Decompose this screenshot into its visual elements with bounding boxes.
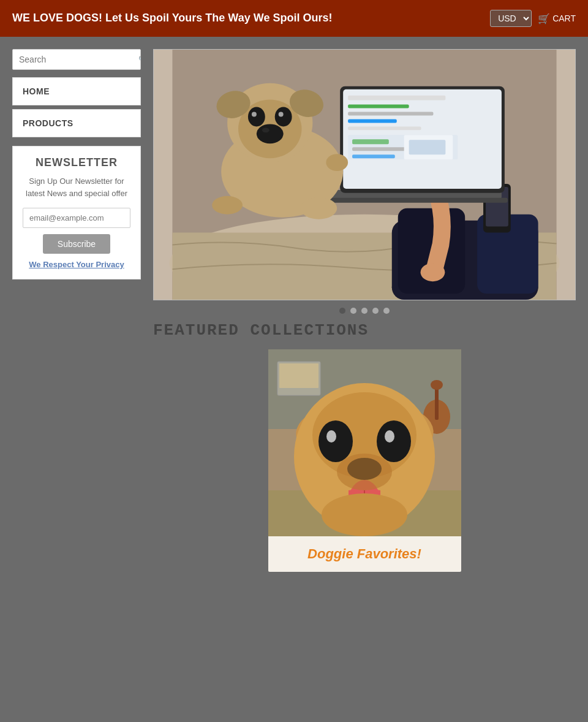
slide-dot-3[interactable] — [361, 308, 368, 314]
svg-point-31 — [252, 112, 257, 117]
collection-svg — [268, 349, 461, 536]
sidebar: 🔍 HOME PRODUCTS NEWSLETTER Sign Up Our N… — [12, 49, 141, 572]
newsletter-email-input[interactable] — [23, 208, 130, 228]
svg-rect-21 — [352, 139, 389, 144]
svg-point-39 — [326, 154, 348, 171]
sidebar-item-home[interactable]: HOME — [12, 77, 141, 105]
svg-point-33 — [257, 124, 284, 143]
sidebar-item-products[interactable]: PRODUCTS — [12, 109, 141, 137]
svg-point-52 — [318, 420, 353, 462]
newsletter-title: NEWSLETTER — [23, 156, 130, 169]
search-box: 🔍 — [12, 49, 141, 70]
svg-rect-25 — [409, 140, 446, 154]
svg-rect-15 — [348, 96, 445, 101]
collection-label-text: Doggie Favorites! — [307, 546, 421, 561]
site-tagline: WE LOVE DOGS! Let Us Spoil Yours The Way… — [12, 11, 332, 25]
svg-rect-44 — [279, 363, 318, 388]
svg-rect-19 — [348, 126, 421, 130]
svg-point-38 — [212, 196, 243, 215]
svg-point-47 — [431, 380, 443, 390]
svg-point-59 — [322, 493, 407, 536]
collection-label: Doggie Favorites! — [268, 536, 461, 572]
svg-rect-12 — [318, 198, 507, 203]
svg-rect-46 — [435, 386, 439, 420]
hero-svg — [154, 50, 575, 300]
slide-dot-5[interactable] — [383, 308, 390, 314]
cart-label: CART — [552, 13, 576, 23]
svg-point-29 — [248, 107, 265, 127]
svg-rect-18 — [348, 119, 397, 123]
privacy-link[interactable]: We Respect Your Privacy — [23, 260, 130, 269]
svg-point-60 — [337, 454, 392, 490]
main-content: FEATURED COLLECTIONS — [153, 49, 576, 572]
svg-point-30 — [275, 107, 292, 127]
slide-dot-4[interactable] — [372, 308, 379, 314]
svg-point-37 — [301, 197, 337, 219]
top-bar-actions: USD EUR GBP 🛒 CART — [490, 10, 576, 27]
svg-point-34 — [262, 127, 270, 132]
search-input[interactable] — [13, 50, 132, 69]
cart-button[interactable]: 🛒 CART — [538, 13, 576, 25]
content-area: 🔍 HOME PRODUCTS NEWSLETTER Sign Up Our N… — [12, 49, 576, 572]
top-bar: WE LOVE DOGS! Let Us Spoil Yours The Way… — [0, 0, 588, 37]
products-label: PRODUCTS — [23, 118, 74, 128]
newsletter-description: Sign Up Our Newsletter for latest News a… — [23, 175, 130, 199]
currency-selector[interactable]: USD EUR GBP — [490, 10, 532, 27]
search-icon: 🔍 — [138, 55, 141, 64]
collection-card[interactable]: Doggie Favorites! — [268, 349, 461, 572]
cart-icon: 🛒 — [538, 13, 550, 25]
svg-rect-17 — [348, 112, 433, 116]
collection-image — [268, 349, 461, 536]
slide-dot-1[interactable] — [339, 308, 345, 314]
featured-title: FEATURED COLLECTIONS — [153, 321, 576, 340]
svg-point-8 — [421, 263, 445, 281]
svg-point-53 — [377, 420, 411, 462]
hero-image — [153, 49, 576, 300]
svg-point-32 — [279, 112, 284, 117]
slide-dot-2[interactable] — [350, 308, 356, 314]
search-button[interactable]: 🔍 — [132, 50, 141, 69]
main-wrapper: 🔍 HOME PRODUCTS NEWSLETTER Sign Up Our N… — [0, 37, 588, 722]
svg-point-54 — [326, 430, 336, 443]
svg-rect-23 — [352, 154, 395, 158]
home-label: HOME — [23, 86, 50, 96]
newsletter-box: NEWSLETTER Sign Up Our Newsletter for la… — [12, 146, 141, 279]
svg-rect-16 — [348, 105, 409, 108]
slider-dots — [153, 300, 576, 321]
svg-point-55 — [385, 430, 394, 443]
subscribe-button[interactable]: Subscribe — [43, 234, 110, 254]
